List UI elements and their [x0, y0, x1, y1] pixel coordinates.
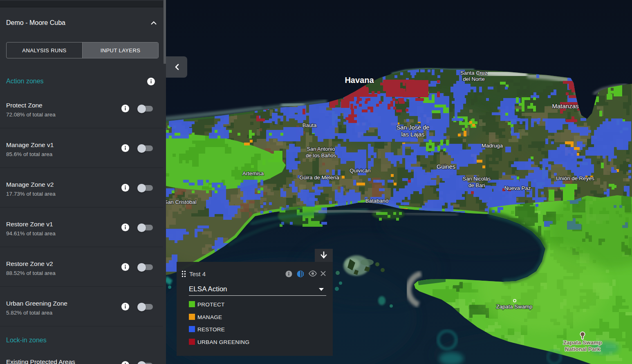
- svg-text:Quivicán: Quivicán: [350, 167, 370, 174]
- svg-text:las Lajas: las Lajas: [401, 131, 424, 138]
- svg-text:Batabanó: Batabanó: [365, 198, 388, 204]
- svg-text:San Cristóbal: San Cristóbal: [164, 199, 196, 205]
- svg-text:de los Baños: de los Baños: [306, 152, 336, 159]
- svg-text:San José de: San José de: [397, 124, 430, 131]
- svg-text:Artemisa: Artemisa: [242, 170, 264, 176]
- svg-text:Güira de Melena: Güira de Melena: [299, 174, 339, 181]
- svg-text:Madruga: Madruga: [482, 143, 503, 149]
- svg-text:Unión de Reyes: Unión de Reyes: [556, 175, 594, 181]
- svg-text:Havana: Havana: [345, 76, 374, 85]
- svg-text:San Antonio: San Antonio: [307, 146, 335, 152]
- svg-text:Güines: Güines: [437, 163, 455, 170]
- svg-text:Bauta: Bauta: [303, 122, 317, 128]
- svg-text:San Nicolás: San Nicolás: [463, 176, 491, 182]
- svg-text:del Norte: del Norte: [463, 76, 485, 82]
- svg-text:Zapata Swamp: Zapata Swamp: [496, 304, 533, 310]
- svg-text:Matanzas: Matanzas: [552, 103, 578, 109]
- svg-text:Santa Cruz: Santa Cruz: [460, 70, 487, 76]
- svg-text:de Bari: de Bari: [468, 182, 485, 188]
- svg-text:Nueva Paz: Nueva Paz: [504, 185, 531, 191]
- svg-text:Zapata Swamp: Zapata Swamp: [563, 339, 602, 346]
- svg-text:National Park: National Park: [565, 346, 601, 352]
